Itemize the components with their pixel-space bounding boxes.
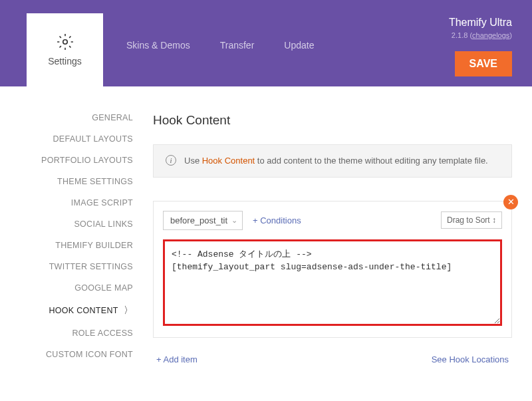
chevron-right-icon: 〉 (124, 305, 133, 317)
tab-label: Settings (48, 56, 82, 67)
changelogs-link[interactable]: changelogs (472, 31, 509, 39)
close-icon[interactable]: ✕ (503, 195, 518, 209)
nav-transfer[interactable]: Transfer (220, 40, 255, 51)
hook-position-select[interactable]: before_post_tit ⌄ (163, 211, 243, 230)
theme-name: Themify Ultra (449, 17, 512, 29)
hook-block: ✕ before_post_tit ⌄ + Conditions Drag to… (153, 201, 512, 338)
sidebar-item-label: IMAGE SCRIPT (71, 198, 133, 207)
tab-settings[interactable]: Settings (27, 13, 103, 86)
sidebar-item-label: HOOK CONTENT (49, 306, 118, 315)
sidebar-item-themify-builder[interactable]: THEMIFY BUILDER (13, 241, 133, 250)
sidebar-item-label: TWITTER SETTINGS (49, 262, 133, 271)
sidebar-item-label: ROLE ACCESS (72, 329, 133, 338)
sidebar-item-label: DEFAULT LAYOUTS (53, 134, 133, 144)
hook-top: before_post_tit ⌄ + Conditions Drag to S… (163, 211, 502, 230)
sidebar-item-label: SOCIAL LINKS (74, 219, 133, 229)
sidebar-item-portfolio-layouts[interactable]: PORTFOLIO LAYOUTS (13, 156, 133, 165)
conditions-button[interactable]: + Conditions (253, 215, 301, 225)
info-box: i Use Hook Content to add content to the… (153, 144, 512, 178)
sidebar-item-custom-icon-font[interactable]: CUSTOM ICON FONT (13, 350, 133, 359)
page-title: Hook Content (153, 113, 512, 128)
sidebar-item-image-script[interactable]: IMAGE SCRIPT (13, 198, 133, 207)
sidebar-item-hook-content[interactable]: HOOK CONTENT〉 (13, 305, 133, 317)
content: GENERALDEFAULT LAYOUTSPORTFOLIO LAYOUTST… (0, 86, 532, 378)
see-hook-locations-link[interactable]: See Hook Locations (432, 354, 509, 364)
info-text: Use Hook Content to add content to the t… (184, 154, 488, 168)
info-icon: i (166, 155, 176, 166)
main: Hook Content i Use Hook Content to add c… (153, 113, 512, 364)
nav-update[interactable]: Update (284, 40, 314, 51)
version: 2.1.8 (changelogs) (449, 31, 512, 39)
sidebar-item-general[interactable]: GENERAL (13, 113, 133, 122)
sidebar-item-label: PORTFOLIO LAYOUTS (41, 156, 133, 165)
svg-point-0 (63, 40, 67, 45)
drag-sort-handle[interactable]: Drag to Sort ↕ (441, 211, 502, 229)
sidebar-item-twitter-settings[interactable]: TWITTER SETTINGS (13, 262, 133, 271)
select-value: before_post_tit (170, 215, 227, 225)
header: Settings Skins & Demos Transfer Update T… (0, 0, 532, 86)
sidebar-item-google-map[interactable]: GOOGLE MAP (13, 283, 133, 293)
sidebar-item-social-links[interactable]: SOCIAL LINKS (13, 219, 133, 229)
header-nav: Skins & Demos Transfer Update (126, 40, 314, 51)
sidebar-item-role-access[interactable]: ROLE ACCESS (13, 329, 133, 338)
save-button[interactable]: SAVE (455, 51, 512, 76)
add-item-button[interactable]: + Add item (156, 354, 198, 364)
sidebar-item-label: THEME SETTINGS (57, 177, 133, 186)
sidebar-item-theme-settings[interactable]: THEME SETTINGS (13, 177, 133, 186)
gear-icon (57, 33, 74, 51)
nav-skins[interactable]: Skins & Demos (126, 40, 190, 51)
sidebar-item-label: GOOGLE MAP (74, 283, 133, 293)
sidebar-item-label: CUSTOM ICON FONT (46, 350, 133, 359)
bottom-row: + Add item See Hook Locations (153, 354, 512, 364)
sidebar-item-label: THEMIFY BUILDER (55, 241, 133, 250)
chevron-down-icon: ⌄ (231, 216, 237, 225)
sidebar-item-label: GENERAL (92, 113, 133, 122)
sidebar: GENERALDEFAULT LAYOUTSPORTFOLIO LAYOUTST… (13, 113, 133, 364)
header-right: Themify Ultra 2.1.8 (changelogs) SAVE (449, 17, 512, 76)
hook-code-textarea[interactable] (163, 239, 502, 326)
info-link[interactable]: Hook Content (202, 156, 255, 166)
sidebar-item-default-layouts[interactable]: DEFAULT LAYOUTS (13, 134, 133, 144)
